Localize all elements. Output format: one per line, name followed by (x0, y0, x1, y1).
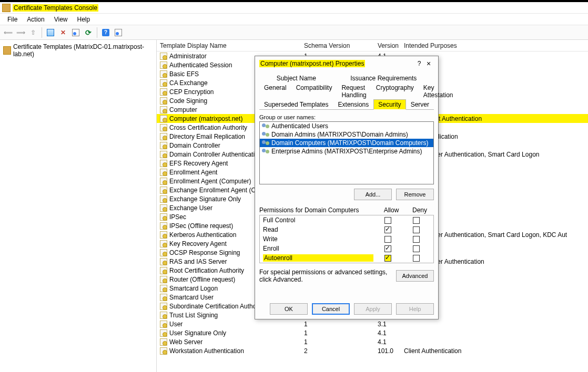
permission-row: Full Control (260, 215, 433, 225)
col-name[interactable]: Template Display Name (157, 42, 304, 49)
export-list-button[interactable] (113, 27, 124, 38)
certificate-icon (160, 267, 167, 274)
remove-button[interactable]: Remove (396, 189, 434, 200)
deny-checkbox[interactable] (413, 236, 420, 243)
col-purpose[interactable]: Intended Purposes (404, 42, 588, 49)
dialog-close-button[interactable]: × (423, 59, 434, 68)
tab-cryptography[interactable]: Cryptography (371, 82, 419, 100)
properties-dialog: Computer (matrixpost.net) Properties ? ×… (255, 56, 439, 319)
menu-file[interactable]: File (3, 15, 22, 24)
template-name: RAS and IAS Server (169, 258, 227, 265)
dialog-titlebar[interactable]: Computer (matrixpost.net) Properties ? × (255, 56, 438, 71)
ok-button[interactable]: OK (270, 303, 308, 315)
allow-checkbox[interactable] (384, 217, 391, 224)
certificate-icon (160, 97, 167, 105)
template-schema: 1 (304, 321, 378, 328)
dialog-title: Computer (matrixpost.net) Properties (259, 60, 365, 67)
certificate-icon (160, 151, 167, 158)
certificate-icon (160, 142, 167, 149)
col-version[interactable]: Version (378, 42, 404, 49)
advanced-hint-text: For special permissions or advanced sett… (259, 268, 392, 283)
group-item[interactable]: Domain Admins (MATRIXPOST\Domain Admins) (260, 130, 433, 139)
tab-superseded-templates[interactable]: Superseded Templates (259, 99, 333, 110)
tab-compatibility[interactable]: Compatibility (291, 82, 337, 100)
certificate-icon (160, 213, 167, 221)
group-list[interactable]: Authenticated UsersDomain Admins (MATRIX… (259, 121, 434, 184)
group-item[interactable]: Domain Computers (MATRIXPOST\Domain Comp… (260, 139, 433, 147)
refresh-button[interactable] (83, 27, 94, 38)
certificate-icon (160, 347, 167, 355)
toolbar: ✕ ? (0, 25, 588, 40)
cancel-button[interactable]: Cancel (312, 303, 350, 315)
allow-checkbox[interactable] (384, 255, 391, 262)
dialog-tabstrip: Subject NameIssuance RequirementsGeneral… (259, 73, 434, 110)
template-name: Subordinate Certification Authority (169, 303, 265, 310)
template-name: Enrollment Agent (Computer) (169, 178, 251, 185)
help-button[interactable]: ? (100, 27, 111, 38)
add-button[interactable]: Add... (354, 189, 392, 200)
advanced-button[interactable]: Advanced (396, 270, 434, 282)
template-name: Router (Offline request) (169, 276, 235, 283)
list-header: Template Display Name Schema Version Ver… (157, 40, 588, 51)
back-button[interactable] (2, 27, 14, 38)
tab-general[interactable]: General (259, 82, 291, 100)
dialog-help-button[interactable]: Help (396, 303, 434, 315)
deny-checkbox[interactable] (413, 245, 420, 252)
group-item[interactable]: Enterprise Admins (MATRIXPOST\Enterprise… (260, 147, 433, 156)
allow-checkbox[interactable] (384, 245, 391, 252)
tree-root-node[interactable]: Certificate Templates (MatrixDC-01.matri… (0, 42, 156, 59)
group-list-label: Group or user names: (259, 114, 434, 120)
template-version: 101.0 (378, 347, 404, 355)
tree-pane: Certificate Templates (MatrixDC-01.matri… (0, 40, 157, 372)
show-hide-tree-button[interactable] (45, 27, 56, 38)
template-schema: 2 (304, 347, 378, 355)
menu-action[interactable]: Action (23, 15, 48, 24)
forward-button[interactable] (15, 27, 26, 38)
certificate-icon (160, 294, 167, 301)
up-button[interactable] (27, 27, 39, 38)
template-version: 3.1 (378, 321, 404, 328)
template-row[interactable]: Workstation Authentication2101.0Client A… (157, 346, 588, 355)
menu-help[interactable]: Help (73, 15, 95, 24)
template-row[interactable]: User13.1 (157, 319, 588, 328)
template-name: User (169, 321, 183, 328)
certificate-icon (160, 53, 167, 60)
certificate-icon (160, 88, 167, 96)
certificate-icon (160, 276, 167, 283)
properties-button[interactable] (70, 27, 82, 38)
certificate-icon (160, 321, 167, 328)
certificate-icon (160, 303, 167, 310)
template-name: OCSP Response Signing (169, 249, 240, 256)
deny-checkbox[interactable] (413, 217, 420, 224)
allow-checkbox[interactable] (384, 226, 391, 233)
dialog-context-help[interactable]: ? (415, 60, 423, 67)
deny-checkbox[interactable] (413, 255, 420, 262)
col-schema[interactable]: Schema Version (304, 42, 378, 49)
apply-button[interactable]: Apply (354, 303, 392, 315)
certificate-icon (160, 187, 167, 194)
template-name: Exchange User (169, 204, 212, 212)
tab-request-handling[interactable]: Request Handling (337, 82, 371, 100)
allow-checkbox[interactable] (384, 236, 391, 243)
template-row[interactable]: User Signature Only14.1 (157, 328, 588, 337)
certificate-icon (160, 240, 167, 247)
certificate-icon (160, 169, 167, 176)
certificate-icon (160, 329, 167, 337)
template-row[interactable]: Web Server14.1 (157, 337, 588, 346)
delete-button[interactable]: ✕ (57, 27, 69, 38)
menu-view[interactable]: View (50, 15, 72, 24)
tab-issuance-requirements[interactable]: Issuance Requirements (346, 73, 421, 83)
deny-checkbox[interactable] (413, 226, 420, 233)
tab-key-attestation[interactable]: Key Attestation (419, 82, 458, 100)
permission-label: Autoenroll (264, 254, 292, 262)
window-title: Certificate Templates Console (13, 4, 98, 12)
tab-security[interactable]: Security (373, 99, 405, 110)
tab-subject-name[interactable]: Subject Name (272, 73, 321, 83)
tab-server[interactable]: Server (406, 99, 434, 110)
template-name: Code Signing (169, 97, 207, 105)
app-icon (2, 4, 11, 12)
certificate-icon (160, 160, 167, 167)
tab-extensions[interactable]: Extensions (333, 99, 374, 110)
group-item[interactable]: Authenticated Users (260, 122, 433, 130)
template-schema: 1 (304, 329, 378, 337)
